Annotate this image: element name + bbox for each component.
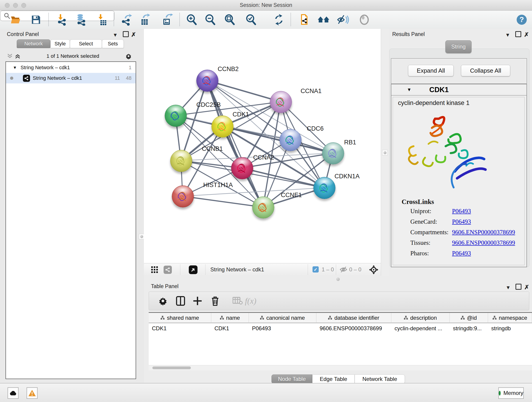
- export-network-icon[interactable]: [120, 13, 133, 26]
- column-header-name[interactable]: name: [211, 313, 249, 323]
- node-CCNE1[interactable]: [252, 196, 274, 218]
- collapse-card-icon[interactable]: ▼: [407, 87, 412, 92]
- tab-node-table[interactable]: Node Table: [272, 375, 312, 384]
- cell--id[interactable]: stringdb:9...: [450, 323, 488, 333]
- memory-button[interactable]: Memory: [498, 387, 524, 399]
- edge-HIST1H1A-CCNE1[interactable]: [183, 196, 263, 207]
- node-CDC6[interactable]: [279, 129, 302, 151]
- selected-checkbox-icon[interactable]: ✓: [312, 266, 319, 273]
- zoom-fit-icon[interactable]: [223, 13, 236, 26]
- fit-content-crosshair-icon[interactable]: [369, 265, 379, 275]
- refresh-icon[interactable]: [272, 13, 285, 26]
- crosslink-link[interactable]: 9606.ENSP00000378699: [452, 239, 515, 246]
- float-panel-icon[interactable]: ▼: [506, 285, 511, 290]
- node-label-CCNE1: CCNE1: [281, 191, 302, 199]
- network-share-view-icon[interactable]: [164, 266, 172, 274]
- export-image-icon[interactable]: [161, 13, 173, 26]
- table-hscrollbar[interactable]: [149, 365, 532, 370]
- collapse-all-networks-icon[interactable]: [7, 53, 13, 59]
- float-panel-icon[interactable]: ▼: [505, 32, 510, 38]
- warning-status-button[interactable]: [27, 387, 38, 399]
- node-CCNB1[interactable]: [170, 150, 192, 172]
- network-collection-row[interactable]: ▼ String Network – cdk1 1: [6, 62, 136, 73]
- cell-namespace[interactable]: stringdb: [488, 323, 532, 333]
- expand-all-networks-icon[interactable]: [15, 53, 21, 59]
- home-networks-icon[interactable]: [317, 13, 330, 26]
- edge-CCNB2-CCNA1[interactable]: [207, 80, 281, 102]
- show-grid-icon[interactable]: [151, 266, 158, 274]
- document-share-icon[interactable]: [298, 13, 311, 26]
- tab-string[interactable]: String: [445, 40, 472, 53]
- column-header-database-identifier[interactable]: database identifier: [317, 313, 391, 323]
- protein-card-header[interactable]: ▼ CDK1: [391, 84, 526, 96]
- tab-network-table[interactable]: Network Table: [355, 375, 405, 384]
- delete-column-icon[interactable]: [209, 295, 221, 307]
- tab-style[interactable]: Style: [51, 39, 70, 48]
- selected-nodes-edges-count: 1 – 0: [322, 266, 334, 273]
- crosslink-link[interactable]: P06493: [452, 218, 471, 225]
- expand-all-button[interactable]: Expand All: [408, 65, 454, 76]
- table-settings-gear-icon[interactable]: [157, 295, 169, 307]
- node-RB1[interactable]: [322, 142, 344, 164]
- zoom-in-icon[interactable]: [185, 13, 198, 26]
- tab-select[interactable]: Select: [70, 39, 102, 48]
- close-panel-icon[interactable]: ✗: [131, 32, 136, 38]
- node-CCNA1[interactable]: [270, 91, 292, 113]
- cell-shared-name[interactable]: CDK1: [149, 323, 211, 333]
- show-graphics-details-icon[interactable]: [358, 13, 371, 26]
- network-row-selected[interactable]: String Network – cdk1 11 48: [6, 73, 136, 83]
- import-network-icon[interactable]: [56, 13, 69, 26]
- hide-graphics-details-icon[interactable]: [337, 13, 350, 26]
- node-CCNB2[interactable]: [196, 70, 218, 92]
- cell-name[interactable]: CDK1: [211, 323, 249, 333]
- horizontal-splitter[interactable]: [144, 276, 532, 282]
- hidden-eye-slash-icon[interactable]: [340, 266, 347, 274]
- crosslink-link[interactable]: P06493: [452, 208, 471, 215]
- crosslink-link[interactable]: 9606.ENSP00000378699: [452, 229, 515, 236]
- tab-edge-table[interactable]: Edge Table: [312, 375, 355, 384]
- collection-expand-icon[interactable]: ▼: [13, 65, 17, 70]
- tab-network[interactable]: Network: [17, 39, 51, 48]
- open-session-icon[interactable]: [9, 13, 22, 26]
- cell-description[interactable]: cyclin-dependent ...: [391, 323, 450, 333]
- cell-canonical-name[interactable]: P06493: [249, 323, 317, 333]
- network-options-gear-icon[interactable]: [125, 53, 132, 60]
- node-CDKN1A[interactable]: [313, 177, 336, 199]
- export-table-icon[interactable]: [139, 13, 152, 26]
- cloud-status-button[interactable]: [7, 387, 19, 399]
- help-icon[interactable]: ?: [515, 13, 528, 26]
- save-session-icon[interactable]: [30, 13, 42, 26]
- right-splitter-grip[interactable]: [382, 150, 388, 155]
- column-header-shared-name[interactable]: shared name: [149, 313, 211, 323]
- maximize-panel-icon[interactable]: [123, 31, 129, 37]
- cell-database-identifier[interactable]: 9606.ENSP00000378699: [317, 323, 391, 333]
- import-table-icon[interactable]: [96, 13, 109, 26]
- show-columns-icon[interactable]: [175, 295, 186, 307]
- maximize-panel-icon[interactable]: [515, 31, 521, 37]
- network-view[interactable]: CCNB2 CCNA1 CDC25B CDK1 CDC6: [144, 29, 381, 263]
- node-CDK1[interactable]: [211, 115, 234, 138]
- zoom-out-icon[interactable]: [204, 13, 217, 26]
- zoom-selected-icon[interactable]: [245, 13, 258, 26]
- birds-eye-view-icon[interactable]: [189, 265, 197, 274]
- left-splitter-grip[interactable]: [139, 234, 144, 239]
- column-header-namespace[interactable]: namespace: [488, 313, 532, 323]
- maximize-panel-icon[interactable]: [515, 284, 521, 290]
- tab-sets[interactable]: Sets: [102, 39, 124, 48]
- close-panel-icon[interactable]: ✗: [524, 284, 529, 290]
- horizontal-splitter-grip[interactable]: [336, 278, 340, 281]
- column-header--id[interactable]: @id: [450, 313, 488, 323]
- node-HIST1H1A[interactable]: [172, 185, 194, 207]
- column-header-description[interactable]: description: [391, 313, 450, 323]
- hscrollbar-thumb[interactable]: [152, 366, 191, 369]
- import-database-icon[interactable]: [75, 13, 88, 26]
- collapse-all-button[interactable]: Collapse All: [461, 65, 510, 76]
- column-header-canonical-name[interactable]: canonical name: [249, 313, 317, 323]
- node-CDC25B[interactable]: [165, 105, 187, 127]
- crosslink-link[interactable]: P06493: [452, 250, 471, 257]
- node-CCNA2[interactable]: [231, 157, 253, 179]
- float-panel-icon[interactable]: ▼: [113, 32, 118, 38]
- close-panel-icon[interactable]: ✗: [524, 32, 529, 38]
- add-column-icon[interactable]: [191, 295, 203, 307]
- vertical-splitter[interactable]: [381, 29, 389, 276]
